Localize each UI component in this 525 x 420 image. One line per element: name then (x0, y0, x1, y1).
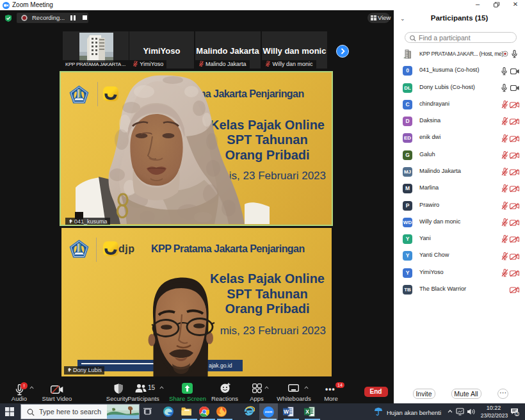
svg-text:W: W (284, 408, 289, 415)
svg-text:2: 2 (516, 412, 519, 416)
svg-text:X: X (305, 408, 309, 415)
